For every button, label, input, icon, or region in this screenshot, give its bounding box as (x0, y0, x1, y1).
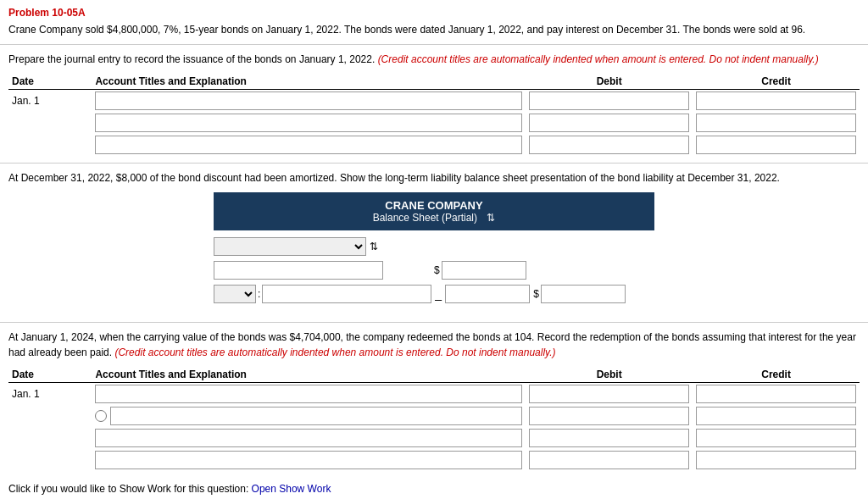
show-work-section: Click if you would like to Show Work for… (0, 478, 868, 499)
p3-radio-1[interactable] (95, 410, 107, 422)
p3-account-input-1[interactable] (95, 385, 522, 403)
problem-statement-section: Problem 10-05A Crane Company sold $4,800… (0, 0, 868, 45)
p3-header-debit: Debit (526, 367, 693, 383)
p3-account-cell-1 (92, 383, 526, 406)
p3-debit-input-1[interactable] (529, 385, 689, 403)
p3-date-cell-3 (8, 427, 92, 449)
bs-dropdown-1[interactable] (214, 237, 366, 256)
p3-credit-cell-4 (693, 449, 860, 471)
p3-account-cell-2 (92, 405, 526, 427)
debit-cell-2 (526, 112, 693, 134)
date-cell-2 (8, 112, 92, 134)
balance-sheet-content: ⇅ $ : _ $ (214, 230, 654, 315)
p3-account-cell-3 (92, 427, 526, 449)
p3-header-account: Account Titles and Explanation (92, 367, 526, 383)
sheet-subtitle: Balance Sheet (Partial) ⇅ (217, 212, 651, 224)
header-debit: Debit (526, 74, 693, 90)
part3-instruction-italic: (Credit account titles are automatically… (114, 347, 555, 358)
table-row (8, 134, 860, 156)
table-row: Jan. 1 (8, 383, 860, 406)
bs-amount-input-3[interactable] (541, 285, 626, 303)
problem-title: Problem 10-05A (8, 7, 860, 19)
credit-input-3[interactable] (696, 136, 856, 154)
p3-credit-input-2[interactable] (696, 407, 856, 425)
balance-sheet-header: CRANE COMPANY Balance Sheet (Partial) ⇅ (214, 192, 654, 230)
part1-instruction: Prepare the journal entry to record the … (8, 52, 860, 67)
dollar-sign-1: $ (434, 264, 440, 276)
date-cell-3 (8, 134, 92, 156)
p3-header-credit: Credit (693, 367, 860, 383)
part1-journal-table: Date Account Titles and Explanation Debi… (8, 74, 860, 156)
part1-instruction-italic: (Credit account titles are automatically… (378, 53, 819, 65)
header-account: Account Titles and Explanation (92, 74, 526, 90)
dollar-sign-2: $ (533, 288, 539, 300)
p3-date-cell-2 (8, 405, 92, 427)
credit-cell-3 (693, 134, 860, 156)
debit-input-3[interactable] (529, 136, 689, 154)
p3-debit-cell-2 (526, 405, 693, 427)
debit-cell-1 (526, 90, 693, 113)
credit-input-2[interactable] (696, 114, 856, 132)
p3-debit-cell-3 (526, 427, 693, 449)
table-row (8, 405, 860, 427)
credit-cell-2 (693, 112, 860, 134)
table-row (8, 112, 860, 134)
problem-description: Crane Company sold $4,800,000, 7%, 15-ye… (8, 22, 860, 37)
p3-debit-input-2[interactable] (529, 407, 689, 425)
debit-input-2[interactable] (529, 114, 689, 132)
colon-label: : (258, 288, 260, 300)
bs-amount-input-2[interactable] (445, 285, 530, 303)
date-label: Jan. 1 (12, 95, 40, 107)
table-row (8, 449, 860, 471)
p3-debit-input-3[interactable] (529, 429, 689, 447)
p3-credit-input-4[interactable] (696, 451, 856, 469)
table-row: Jan. 1 (8, 90, 860, 113)
minus-sign: _ (435, 287, 442, 301)
account-cell-2 (92, 112, 526, 134)
part3-description: At January 1, 2024, when the carrying va… (8, 330, 860, 360)
p3-credit-input-1[interactable] (696, 385, 856, 403)
date-cell: Jan. 1 (8, 90, 92, 113)
credit-cell-1 (693, 90, 860, 113)
bs-row-1: ⇅ (214, 237, 654, 256)
p3-credit-cell-3 (693, 427, 860, 449)
account-input-1[interactable] (95, 91, 522, 110)
p3-account-input-4[interactable] (95, 451, 522, 469)
part2-description: At December 31, 2022, $8,000 of the bond… (8, 170, 860, 186)
debit-cell-3 (526, 134, 693, 156)
show-work-text: Click if you would like to Show Work for… (8, 483, 248, 495)
p3-credit-cell-1 (693, 383, 860, 406)
account-input-3[interactable] (95, 136, 522, 154)
account-cell-3 (92, 134, 526, 156)
part2-section: At December 31, 2022, $8,000 of the bond… (0, 164, 868, 323)
p3-debit-input-4[interactable] (529, 451, 689, 469)
account-cell-1 (92, 90, 526, 113)
part1-section: Prepare the journal entry to record the … (0, 45, 868, 164)
part3-journal-table: Date Account Titles and Explanation Debi… (8, 367, 860, 471)
p3-credit-input-3[interactable] (696, 429, 856, 447)
header-credit: Credit (693, 74, 860, 90)
credit-input-1[interactable] (696, 91, 856, 110)
bs-dropdown-2[interactable] (214, 285, 256, 303)
open-show-work-link[interactable]: Open Show Work (252, 483, 331, 495)
p3-credit-cell-2 (693, 405, 860, 427)
p3-date-cell-4 (8, 449, 92, 471)
p3-account-input-3[interactable] (95, 429, 522, 447)
bs-sort-icon-1[interactable]: ⇅ (370, 241, 378, 252)
bs-text-input-2[interactable] (262, 285, 431, 303)
p3-date-cell-1: Jan. 1 (8, 383, 92, 406)
table-row (8, 427, 860, 449)
p3-account-input-2[interactable] (110, 407, 522, 425)
bs-text-input-1[interactable] (214, 261, 383, 280)
company-name: CRANE COMPANY (217, 199, 651, 212)
p3-debit-cell-4 (526, 449, 693, 471)
part3-section: At January 1, 2024, when the carrying va… (0, 323, 868, 478)
bs-row-2: $ (214, 261, 654, 280)
p3-account-cell-4 (92, 449, 526, 471)
bs-amount-input-1[interactable] (442, 261, 526, 280)
part1-instruction-text: Prepare the journal entry to record the … (8, 53, 375, 65)
sort-icon[interactable]: ⇅ (487, 212, 495, 224)
debit-input-1[interactable] (529, 91, 689, 110)
p3-debit-cell-1 (526, 383, 693, 406)
account-input-2[interactable] (95, 114, 522, 132)
